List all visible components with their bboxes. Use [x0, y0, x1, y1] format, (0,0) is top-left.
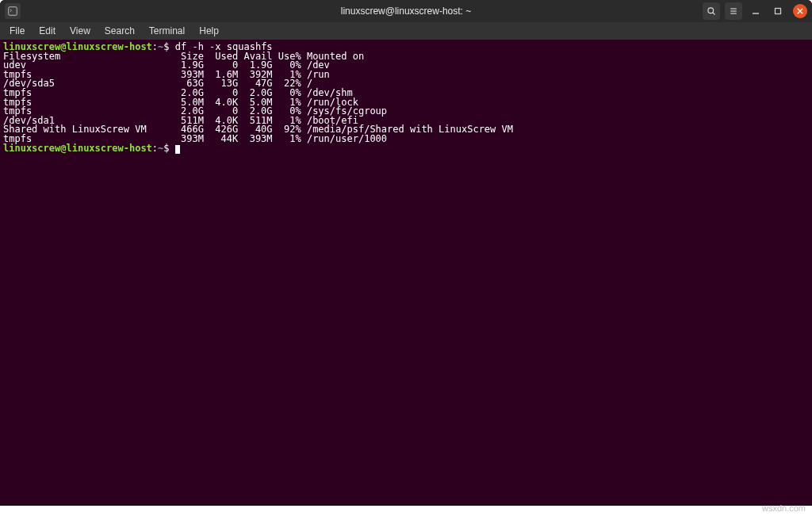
menu-help[interactable]: Help	[193, 24, 225, 38]
close-button[interactable]	[793, 4, 807, 18]
menu-edit[interactable]: Edit	[33, 24, 62, 38]
menu-view[interactable]: View	[63, 24, 97, 38]
menu-file[interactable]: File	[3, 24, 31, 38]
svg-rect-0	[9, 7, 17, 16]
titlebar: linuxscrew@linuxscrew-host: ~	[0, 0, 812, 22]
watermark: wsxdn.com	[762, 503, 806, 513]
svg-point-1	[708, 8, 714, 13]
terminal-window: linuxscrew@linuxscrew-host: ~ File Edit …	[0, 0, 812, 506]
svg-rect-7	[776, 9, 781, 14]
window-title: linuxscrew@linuxscrew-host: ~	[341, 6, 472, 17]
app-icon	[5, 3, 21, 19]
maximize-button[interactable]	[769, 2, 787, 20]
search-button[interactable]	[703, 2, 720, 20]
cursor	[175, 145, 180, 154]
menu-search[interactable]: Search	[98, 24, 141, 38]
minimize-button[interactable]	[747, 2, 764, 20]
terminal-output[interactable]: linuxscrew@linuxscrew-host:~$ df -h -x s…	[0, 40, 812, 506]
hamburger-menu-button[interactable]	[725, 2, 742, 20]
svg-line-2	[713, 13, 715, 15]
menu-terminal[interactable]: Terminal	[143, 24, 191, 38]
menubar: File Edit View Search Terminal Help	[0, 22, 812, 40]
